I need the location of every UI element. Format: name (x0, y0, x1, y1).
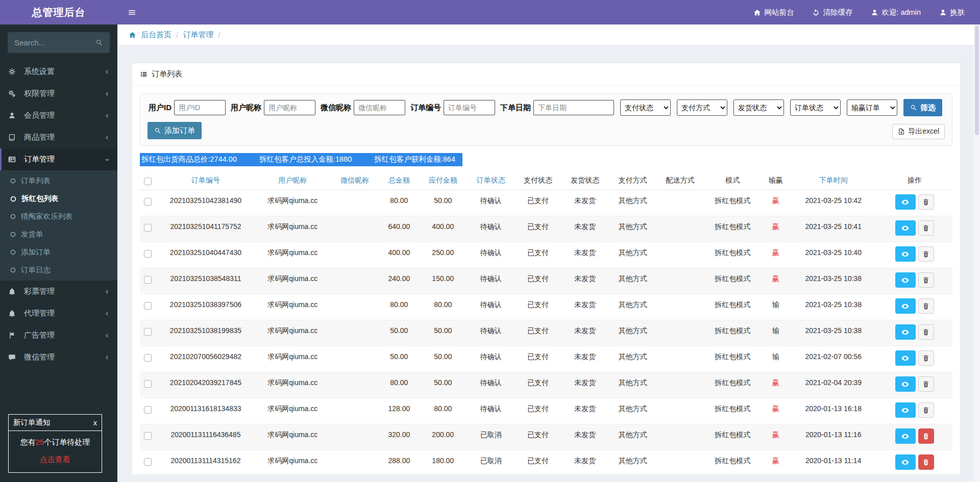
delete-order-button[interactable] (918, 194, 934, 210)
delete-order-button[interactable] (918, 272, 934, 288)
navbar-link[interactable]: 欢迎: admin (871, 8, 921, 17)
delete-order-button[interactable] (918, 454, 934, 470)
sidebar-subitem[interactable]: 发货单 (0, 225, 117, 243)
brand[interactable]: 总管理后台 (0, 0, 117, 24)
filter-input[interactable] (444, 100, 495, 115)
cell-delivery (656, 294, 703, 320)
sidebar-item-label: 代理管理 (24, 309, 104, 318)
sidebar-item[interactable]: 会员管理 (0, 105, 117, 126)
sidebar-item[interactable]: 系统设置 (0, 61, 117, 83)
cell-delivery (656, 372, 703, 398)
row-checkbox[interactable] (144, 224, 152, 232)
page-scrollbar[interactable] (974, 24, 980, 482)
sidebar-item[interactable]: 广告管理 (0, 324, 117, 346)
view-order-button[interactable] (895, 402, 916, 418)
row-checkbox[interactable] (144, 250, 152, 258)
column-header[interactable]: 订单状态 (468, 171, 514, 190)
select-all-checkbox[interactable] (144, 177, 152, 185)
sidebar-subitem[interactable]: 猜阄家欢乐列表 (0, 208, 117, 225)
sidebar-item[interactable]: 商品管理 (0, 126, 117, 148)
row-checkbox[interactable] (144, 328, 152, 336)
row-checkbox[interactable] (144, 302, 152, 310)
filter-select[interactable]: 输赢订单 (847, 99, 897, 116)
delete-order-button[interactable] (918, 350, 934, 366)
view-order-button[interactable] (895, 194, 916, 210)
row-checkbox[interactable] (144, 380, 152, 388)
order-list-panel: 订单列表 用户ID用户昵称微信昵称订单编号下单日期支付状态支付方式发货状态订单状… (132, 63, 961, 474)
table-row: 202103251038397506求码网qiuma.cc80.0080.00待… (140, 294, 952, 320)
filter-input[interactable] (174, 100, 226, 115)
row-checkbox[interactable] (144, 276, 152, 284)
sidebar-item[interactable]: 订单管理 (0, 148, 117, 170)
cell-payable: 150.00 (419, 268, 468, 294)
notification-view-link[interactable]: 点击查看 (9, 448, 102, 472)
delete-order-button[interactable] (918, 246, 934, 262)
cell-pay: 已支付 (514, 372, 561, 398)
row-checkbox[interactable] (144, 354, 152, 362)
row-checkbox[interactable] (144, 406, 152, 414)
breadcrumb-home[interactable]: 后台首页 (141, 30, 172, 40)
sidebar-item[interactable]: 彩票管理 (0, 281, 117, 302)
view-order-button[interactable] (895, 298, 916, 314)
sidebar-toggle[interactable] (117, 0, 146, 24)
view-order-button[interactable] (895, 376, 916, 392)
cell-pay: 已支付 (514, 242, 561, 268)
delete-order-button[interactable] (918, 428, 934, 444)
filter-select[interactable]: 发货状态 (733, 99, 784, 116)
sidebar-item[interactable]: 权限管理 (0, 83, 117, 105)
breadcrumb-section[interactable]: 订单管理 (183, 30, 213, 40)
navbar-link[interactable]: 清除缓存 (812, 8, 852, 17)
view-order-button[interactable] (895, 272, 916, 288)
cell-status: 已取消 (468, 424, 514, 450)
delete-order-button[interactable] (918, 220, 934, 236)
view-order-button[interactable] (895, 454, 916, 470)
view-order-button[interactable] (895, 246, 916, 262)
delete-order-button[interactable] (918, 324, 934, 340)
column-header[interactable]: 用户昵称 (255, 171, 330, 190)
sidebar-subitem[interactable]: 添加订单 (0, 243, 117, 261)
column-header[interactable]: 应付金额 (419, 171, 468, 190)
hamburger-icon (128, 8, 136, 17)
notification-close-button[interactable]: x (93, 419, 97, 427)
circle-icon (10, 249, 16, 256)
delete-order-button[interactable] (918, 402, 934, 418)
sidebar-subitem[interactable]: 拆红包列表 (0, 190, 117, 208)
filter-button[interactable]: 筛选 (903, 99, 942, 116)
cell-delivery (656, 346, 703, 372)
filter-select[interactable]: 支付方式 (677, 99, 727, 116)
column-header[interactable]: 微信昵称 (330, 171, 380, 190)
column-header[interactable]: 总金额 (380, 171, 419, 190)
cell-nick: 求码网qiuma.cc (255, 320, 330, 346)
sidebar-item-label: 商品管理 (24, 133, 104, 142)
sidebar-subitem[interactable]: 订单列表 (0, 172, 117, 190)
filter-select[interactable]: 支付状态 (620, 99, 671, 116)
column-header[interactable]: 订单编号 (156, 171, 255, 190)
search-icon[interactable] (95, 39, 103, 46)
scrollbar-thumb[interactable] (975, 26, 979, 135)
add-order-button[interactable]: 添加订单 (148, 122, 202, 139)
filter-select[interactable]: 订单状态 (790, 99, 841, 116)
view-order-button[interactable] (895, 428, 916, 444)
sidebar-subitem[interactable]: 订单日志 (0, 261, 117, 279)
cell-method: 其他方式 (609, 372, 657, 398)
navbar-link[interactable]: 换肤 (939, 8, 965, 17)
navbar-link-label: 清除缓存 (823, 8, 852, 17)
export-excel-button[interactable]: 导出excel (892, 124, 945, 139)
row-checkbox[interactable] (144, 432, 152, 440)
navbar-link[interactable]: 网站前台 (753, 8, 794, 17)
sidebar-item[interactable]: 微信管理 (0, 346, 117, 368)
filter-input[interactable] (264, 100, 315, 115)
cell-wechat (330, 320, 380, 346)
row-checkbox[interactable] (144, 458, 152, 466)
sidebar-item[interactable]: 代理管理 (0, 302, 117, 324)
view-order-button[interactable] (895, 220, 916, 236)
view-order-button[interactable] (895, 324, 916, 340)
search-input[interactable] (14, 38, 95, 47)
delete-order-button[interactable] (918, 376, 934, 392)
view-order-button[interactable] (895, 350, 916, 366)
column-header[interactable]: 下单时间 (790, 171, 877, 190)
filter-input[interactable] (354, 100, 405, 115)
filter-input[interactable] (533, 100, 614, 115)
delete-order-button[interactable] (918, 298, 934, 314)
row-checkbox[interactable] (144, 198, 152, 206)
